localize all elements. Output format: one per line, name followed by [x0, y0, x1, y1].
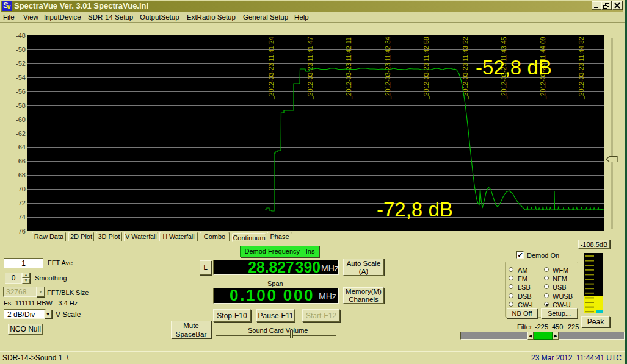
svg-text:_2012-03-23 11:41:47: _2012-03-23 11:41:47 — [306, 37, 314, 100]
svg-text:_2012-03-23 11:42:34: _2012-03-23 11:42:34 — [384, 37, 391, 100]
svg-text:_2012-03-23 11:44:32: _2012-03-23 11:44:32 — [578, 37, 585, 100]
svg-text:-52,8 dB: -52,8 dB — [476, 56, 552, 79]
svg-text:_2012-03-23 11:41:24: _2012-03-23 11:41:24 — [267, 37, 275, 100]
svg-text:-72,8 dB: -72,8 dB — [377, 198, 453, 221]
svg-text:_2012-03-23 11:43:22: _2012-03-23 11:43:22 — [462, 37, 469, 100]
svg-text:_2012-03-23 11:42:58: _2012-03-23 11:42:58 — [422, 37, 430, 100]
